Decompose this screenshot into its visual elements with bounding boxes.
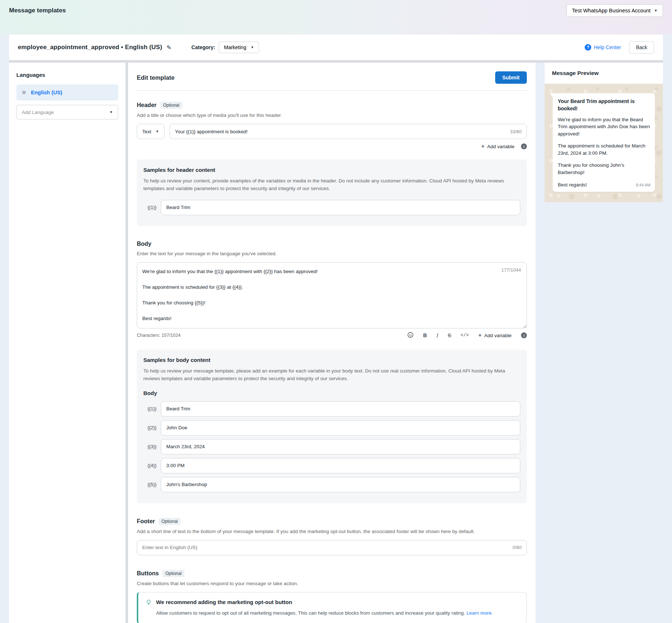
- languages-sidebar: Languages English (US) Add Language ▼: [9, 63, 126, 623]
- body-section-title: Body: [137, 241, 151, 247]
- account-selector-label: Test WhatsApp Business Account: [572, 8, 651, 13]
- variable-label: {{3}}: [143, 444, 156, 449]
- body-sample-row: {{4}}: [143, 458, 520, 473]
- footer-section-title: Footer: [137, 518, 155, 525]
- body-section-description: Enter the text for your message in the l…: [137, 251, 527, 256]
- chevron-down-icon: ▼: [251, 46, 254, 49]
- horizontal-divider: [9, 60, 663, 63]
- add-language-select[interactable]: Add Language ▼: [16, 105, 118, 119]
- info-icon[interactable]: i: [521, 143, 527, 149]
- header-add-variable-button[interactable]: + Add variable: [481, 143, 514, 149]
- recommendation-text: Allow customers to request to opt out of…: [156, 610, 465, 616]
- header-input-row: Text ▼ 33/60: [137, 124, 527, 139]
- lightbulb-icon: [146, 599, 152, 617]
- recommendation-title: We recommend adding the marketing opt-ou…: [156, 599, 493, 605]
- message-bubble: Your Beard Trim appointment is booked! W…: [553, 93, 655, 192]
- body-sample-input-4[interactable]: [161, 458, 520, 473]
- bubble-paragraph: The appointment is scheduled for March 2…: [558, 142, 651, 157]
- body-sample-row: {{1}}: [143, 401, 520, 417]
- optional-badge: Optional: [159, 518, 181, 525]
- category-select[interactable]: Marketing ▼: [219, 42, 259, 53]
- section-divider: [137, 90, 527, 91]
- submit-button[interactable]: Submit: [495, 71, 527, 84]
- body-textarea-wrap: We're glad to inform you that the {{1}} …: [137, 262, 527, 330]
- body-sample-row: {{2}}: [143, 420, 520, 435]
- code-button[interactable]: </>: [461, 333, 469, 338]
- category-value: Marketing: [224, 44, 246, 50]
- header-sample-input[interactable]: [161, 200, 520, 215]
- category-label: Category:: [191, 44, 215, 50]
- body-add-variable-button[interactable]: + Add variable: [478, 332, 512, 338]
- body-top-counter: 177/1044: [501, 267, 521, 273]
- edit-template-panel: Edit template Submit Header Optional Add…: [128, 63, 536, 623]
- header-samples-description: To help us review your content, provide …: [143, 177, 520, 193]
- add-variable-label: Add variable: [487, 144, 514, 149]
- buttons-section-description: Create buttons that let customers respon…: [137, 581, 527, 586]
- footer-section-head: Footer Optional: [137, 518, 527, 525]
- subheader-actions: ? Help Center Back: [585, 41, 654, 54]
- chevron-down-icon: ▼: [110, 111, 113, 114]
- language-status-dot-icon: [22, 91, 26, 94]
- account-selector[interactable]: Test WhatsApp Business Account ▼: [566, 4, 663, 17]
- body-samples-box: Samples for body content To help us revi…: [137, 350, 527, 503]
- body-sample-input-1[interactable]: [161, 401, 520, 417]
- edit-template-title: Edit template: [137, 74, 175, 81]
- info-icon[interactable]: i: [521, 332, 527, 338]
- variable-label: {{1}}: [143, 205, 156, 210]
- footer-text-input[interactable]: [137, 540, 527, 555]
- buttons-section-title: Buttons: [137, 570, 159, 577]
- template-header-bar: employee_appointment_approved • English …: [9, 35, 663, 60]
- header-sample-row: {{1}}: [143, 200, 520, 215]
- body-sample-input-5[interactable]: [161, 477, 520, 492]
- bubble-tail-icon: [550, 93, 553, 97]
- optional-badge: Optional: [160, 102, 182, 109]
- footer-section-description: Add a short line of text to the bottom o…: [137, 529, 527, 534]
- sidebar-item-english-us[interactable]: English (US): [16, 84, 118, 100]
- body-sample-input-3[interactable]: [161, 439, 520, 454]
- back-button[interactable]: Back: [629, 41, 654, 54]
- strikethrough-button[interactable]: S: [448, 332, 451, 338]
- question-mark-icon: ?: [585, 44, 591, 51]
- body-textarea[interactable]: We're glad to inform you that the {{1}} …: [137, 262, 527, 328]
- edit-pencil-icon[interactable]: ✎: [167, 44, 171, 51]
- top-region: Message templates Test WhatsApp Business…: [0, 0, 672, 35]
- optional-badge: Optional: [162, 570, 184, 577]
- variable-label: {{5}}: [143, 482, 156, 487]
- body-samples-title: Samples for body content: [143, 357, 520, 363]
- footer-char-counter: 0/60: [513, 540, 522, 555]
- body-samples-subtitle: Body: [143, 390, 520, 396]
- header-addvar-row: + Add variable i: [137, 143, 527, 149]
- italic-button[interactable]: I: [437, 332, 438, 339]
- chevron-down-icon: ▼: [654, 9, 657, 12]
- bold-button[interactable]: B: [423, 332, 427, 338]
- marketing-optout-recommendation-card: We recommend adding the marketing opt-ou…: [137, 592, 527, 623]
- plus-icon: +: [478, 332, 482, 338]
- bubble-paragraph: We're glad to inform you that the Beard …: [558, 116, 651, 138]
- header-text-wrap: 33/60: [170, 124, 527, 139]
- header-section-head: Header Optional: [137, 102, 527, 109]
- bubble-paragraph: Thank you for choosing John's Barbershop…: [558, 162, 651, 176]
- recommendation-content: We recommend adding the marketing opt-ou…: [156, 599, 493, 617]
- topbar: Message templates Test WhatsApp Business…: [0, 0, 672, 21]
- learn-more-link[interactable]: Learn more.: [466, 610, 493, 616]
- template-name: employee_appointment_approved • English …: [18, 44, 162, 51]
- help-center-link[interactable]: ? Help Center: [585, 44, 621, 51]
- body-sample-input-2[interactable]: [161, 420, 520, 435]
- header-type-select[interactable]: Text ▼: [137, 124, 164, 139]
- message-preview-panel: Message Preview Your Beard Trim appointm…: [545, 63, 663, 623]
- body-samples-description: To help us review your message template,…: [143, 367, 520, 383]
- variable-label: {{4}}: [143, 463, 156, 468]
- languages-title: Languages: [16, 72, 118, 78]
- emoji-icon[interactable]: [407, 332, 414, 339]
- formatting-toolbar: B I S </> + Add variable i: [407, 332, 527, 339]
- bubble-paragraph: Best regards!: [558, 181, 587, 189]
- body-section-head: Body: [137, 241, 527, 247]
- add-language-placeholder: Add Language: [22, 110, 54, 115]
- content-row: Languages English (US) Add Language ▼ Ed…: [9, 63, 663, 623]
- body-sample-row: {{5}}: [143, 477, 520, 492]
- editor-head: Edit template Submit: [137, 71, 527, 84]
- bubble-header-text: Your Beard Trim appointment is booked!: [558, 98, 651, 113]
- header-text-input[interactable]: [170, 124, 527, 139]
- page-title: Message templates: [9, 7, 66, 14]
- message-timestamp: 8:49 AM: [636, 182, 651, 188]
